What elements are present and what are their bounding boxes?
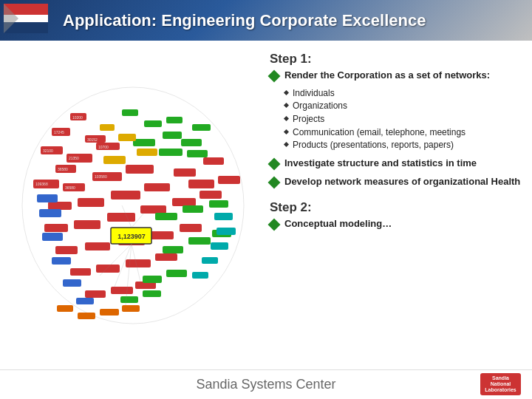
page-title: Application: Engineering Corporate Excel… bbox=[63, 11, 426, 30]
svg-rect-57 bbox=[143, 276, 162, 283]
svg-rect-28 bbox=[172, 198, 196, 206]
svg-rect-61 bbox=[100, 124, 115, 131]
svg-rect-77 bbox=[78, 313, 95, 319]
list-item: Products (presentations, reports, papers… bbox=[284, 140, 521, 151]
list-item: Organizations bbox=[284, 100, 521, 112]
svg-line-85 bbox=[126, 244, 132, 305]
svg-rect-50 bbox=[187, 150, 208, 157]
svg-rect-79 bbox=[122, 305, 140, 312]
network-graph: 1,123907 10200 17245 30152 32100 21350 1… bbox=[11, 69, 255, 342]
bullet-icon bbox=[268, 218, 281, 231]
step2-item: Conceptual modeling… bbox=[270, 218, 521, 231]
render-item: Render the Corporation as a set of netwo… bbox=[270, 69, 521, 82]
svg-rect-42 bbox=[122, 109, 138, 116]
svg-rect-36 bbox=[96, 265, 120, 273]
list-item: Communication (email, telephone, meeting… bbox=[284, 127, 521, 139]
svg-text:17245: 17245 bbox=[54, 130, 64, 134]
svg-rect-60 bbox=[143, 290, 161, 297]
svg-text:36580: 36580 bbox=[58, 167, 68, 171]
sub-item-projects: Projects bbox=[293, 114, 324, 126]
investigate-text: Investigate structure and statistics in … bbox=[284, 157, 477, 170]
svg-rect-27 bbox=[140, 205, 166, 214]
svg-rect-62 bbox=[118, 134, 136, 141]
footer-title: Sandia Systems Center bbox=[196, 377, 335, 392]
svg-rect-75 bbox=[192, 272, 208, 279]
svg-rect-31 bbox=[85, 242, 110, 250]
svg-rect-59 bbox=[120, 296, 138, 303]
svg-text:1,123907: 1,123907 bbox=[117, 233, 146, 240]
sub-bullet-icon bbox=[284, 90, 289, 95]
step2-section: Step 2: Conceptual modeling… bbox=[270, 200, 521, 236]
svg-text:32100: 32100 bbox=[43, 149, 53, 153]
step2-text: Conceptual modeling… bbox=[284, 218, 392, 231]
svg-rect-18 bbox=[111, 191, 140, 200]
svg-rect-68 bbox=[52, 257, 71, 265]
bullet-icon bbox=[268, 157, 281, 170]
svg-rect-29 bbox=[200, 191, 222, 199]
svg-rect-76 bbox=[57, 305, 73, 312]
svg-rect-20 bbox=[174, 168, 196, 177]
svg-rect-33 bbox=[150, 231, 174, 239]
sub-bullet-icon bbox=[284, 103, 289, 108]
svg-rect-26 bbox=[107, 213, 135, 222]
sub-bullet-icon bbox=[284, 142, 289, 147]
svg-rect-19 bbox=[144, 183, 170, 191]
svg-rect-66 bbox=[39, 209, 61, 217]
bullet-icon bbox=[268, 176, 281, 188]
svg-rect-38 bbox=[155, 253, 177, 261]
network-visualization: 1,123907 10200 17245 30152 32100 21350 1… bbox=[0, 41, 266, 369]
svg-rect-21 bbox=[203, 157, 224, 165]
sub-list: Individuals Organizations Projects Commu… bbox=[284, 88, 521, 153]
svg-text:36580: 36580 bbox=[65, 185, 75, 190]
svg-text:119.3673580: 119.3673580 bbox=[80, 341, 110, 342]
sandia-logo: Sandia National Laboratories bbox=[480, 373, 521, 395]
svg-rect-69 bbox=[63, 279, 81, 287]
svg-text:10200: 10200 bbox=[72, 115, 83, 120]
develop-text: Develop network measures of organization… bbox=[284, 176, 520, 188]
svg-rect-49 bbox=[159, 149, 183, 156]
svg-rect-58 bbox=[166, 270, 187, 277]
svg-rect-44 bbox=[163, 132, 182, 139]
svg-rect-17 bbox=[78, 198, 104, 207]
svg-rect-72 bbox=[216, 228, 236, 235]
sub-item-communication: Communication (email, telephone, meeting… bbox=[293, 127, 466, 139]
svg-rect-16 bbox=[48, 202, 72, 210]
svg-rect-71 bbox=[214, 213, 233, 220]
svg-rect-48 bbox=[133, 139, 155, 146]
svg-rect-43 bbox=[144, 120, 162, 127]
svg-rect-65 bbox=[37, 194, 58, 202]
svg-text:109368: 109368 bbox=[35, 182, 48, 186]
svg-rect-23 bbox=[218, 176, 240, 184]
svg-rect-54 bbox=[163, 246, 183, 253]
svg-rect-47 bbox=[192, 124, 211, 131]
svg-rect-78 bbox=[100, 309, 119, 316]
svg-rect-73 bbox=[211, 242, 228, 250]
svg-rect-25 bbox=[74, 220, 100, 229]
flag-icon bbox=[4, 4, 48, 33]
svg-text:30152: 30152 bbox=[87, 137, 98, 142]
svg-rect-22 bbox=[188, 180, 214, 188]
svg-text:103580: 103580 bbox=[95, 174, 107, 179]
svg-rect-39 bbox=[85, 290, 106, 298]
sub-bullet-icon bbox=[284, 129, 289, 134]
render-text: Render the Corporation as a set of netwo… bbox=[284, 69, 490, 82]
bullet-icon bbox=[268, 70, 281, 83]
svg-rect-55 bbox=[188, 237, 211, 245]
svg-rect-46 bbox=[166, 117, 183, 123]
list-item: Individuals bbox=[284, 88, 521, 100]
step2-header: Step 2: bbox=[270, 200, 521, 215]
list-item: Projects bbox=[284, 114, 521, 126]
svg-rect-70 bbox=[76, 298, 94, 304]
svg-rect-24 bbox=[44, 224, 68, 232]
svg-rect-15 bbox=[126, 165, 154, 174]
svg-rect-40 bbox=[111, 287, 133, 294]
right-panel: Step 1: Render the Corporation as a set … bbox=[266, 41, 532, 369]
svg-rect-51 bbox=[155, 213, 177, 220]
step1-header: Step 1: bbox=[270, 52, 521, 66]
svg-text:21350: 21350 bbox=[69, 156, 79, 160]
svg-rect-34 bbox=[180, 224, 202, 232]
svg-rect-74 bbox=[202, 257, 218, 264]
investigate-item: Investigate structure and statistics in … bbox=[270, 157, 521, 170]
svg-text:10700: 10700 bbox=[98, 145, 109, 149]
sub-item-organizations: Organizations bbox=[293, 100, 347, 112]
